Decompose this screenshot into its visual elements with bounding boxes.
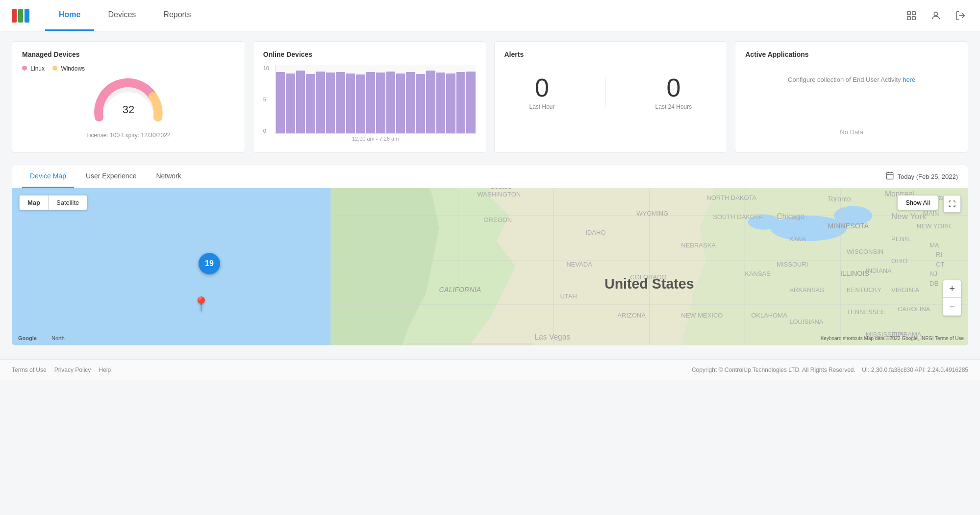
svg-text:MISSOURI: MISSOURI <box>777 261 808 268</box>
svg-text:OKLAHOMA: OKLAHOMA <box>751 312 787 319</box>
bar-7 <box>336 72 345 133</box>
svg-text:United States: United States <box>604 276 694 292</box>
bar-12 <box>386 72 395 133</box>
logout-icon[interactable] <box>953 8 968 24</box>
active-apps-title: Active Applications <box>745 50 958 58</box>
date-label: Today (Feb 25, 2022) <box>897 173 958 180</box>
main-content: Managed Devices Linux Windows <box>0 31 980 355</box>
svg-text:DE: DE <box>930 280 938 287</box>
bar-16 <box>426 71 435 133</box>
nav-home[interactable]: Home <box>45 0 94 31</box>
svg-rect-1 <box>912 11 915 14</box>
footer: Terms of Use Privacy Policy Help Copyrig… <box>0 359 980 380</box>
alert-last-hour: 0 Last Hour <box>529 75 555 110</box>
alerts-title: Alerts <box>504 50 717 58</box>
svg-text:IDAHO: IDAHO <box>585 229 605 236</box>
svg-text:KANSAS: KANSAS <box>745 270 771 277</box>
map-btn[interactable]: Map <box>20 196 48 210</box>
svg-text:TENNESSEE: TENNESSEE <box>847 308 885 316</box>
chart-y-labels: 0 5 10 <box>263 65 273 134</box>
alert-last-24: 0 Last 24 Hours <box>655 75 692 110</box>
copyright-text: Copyright © ControlUp Technologies LTD. … <box>692 367 855 373</box>
nav-reports[interactable]: Reports <box>150 0 204 31</box>
bar-14 <box>406 72 415 133</box>
settings-icon[interactable] <box>904 8 919 24</box>
svg-text:WASHINGTON: WASHINGTON <box>477 191 521 198</box>
svg-text:CT: CT <box>936 261 944 268</box>
show-all-button[interactable]: Show All <box>897 195 938 210</box>
svg-rect-6 <box>887 172 894 179</box>
license-text: License: 100 Expiry: 12/30/2022 <box>22 132 235 139</box>
svg-text:CAROLINA: CAROLINA <box>898 305 930 313</box>
bar-13 <box>396 74 405 133</box>
legend-linux: Linux <box>22 65 45 72</box>
tabs-header: Device Map User Experience Network Today… <box>12 165 968 188</box>
bar-5 <box>316 72 325 133</box>
bar-1 <box>276 72 285 133</box>
online-devices-title: Online Devices <box>263 50 476 58</box>
alert-24h-label: Last 24 Hours <box>655 103 692 110</box>
terms-link[interactable]: Terms of Use <box>12 367 47 373</box>
svg-text:NORTH DAKOTA: NORTH DAKOTA <box>706 194 756 201</box>
bar-4 <box>306 74 315 133</box>
help-link[interactable]: Help <box>99 367 111 373</box>
alerts-card: Alerts 0 Last Hour 0 Last 24 Hours <box>494 41 728 153</box>
bar-chart-inner <box>275 65 476 134</box>
user-icon[interactable] <box>928 8 944 24</box>
tab-network[interactable]: Network <box>148 165 189 188</box>
location-pin[interactable]: 📍 <box>193 296 210 312</box>
svg-rect-0 <box>907 11 910 14</box>
privacy-link[interactable]: Privacy Policy <box>54 367 91 373</box>
alert-hour-num: 0 <box>529 75 555 100</box>
map-background: CALIFORNIA OREGON WASHINGTON IDAHO NEVAD… <box>12 188 968 345</box>
tab-device-map[interactable]: Device Map <box>22 165 74 188</box>
svg-text:VIRGINIA: VIRGINIA <box>891 286 919 294</box>
alerts-body: 0 Last Hour 0 Last 24 Hours <box>504 65 717 120</box>
svg-text:CALIFORNIA: CALIFORNIA <box>439 286 481 294</box>
bar-2 <box>286 74 295 133</box>
alert-divider <box>605 78 605 107</box>
svg-text:SOUTH DAKOTA: SOUTH DAKOTA <box>713 213 763 221</box>
svg-rect-3 <box>912 16 915 19</box>
svg-text:NJ: NJ <box>930 270 937 277</box>
map-area[interactable]: CALIFORNIA OREGON WASHINGTON IDAHO NEVAD… <box>12 188 968 345</box>
zoom-in-button[interactable]: + <box>943 280 961 298</box>
svg-text:Seattle: Seattle <box>490 188 512 190</box>
svg-text:New York: New York <box>891 212 927 221</box>
satellite-btn[interactable]: Satellite <box>49 196 87 210</box>
map-zoom-controls: + − <box>943 280 961 316</box>
svg-text:MINNESOTA: MINNESOTA <box>828 222 869 230</box>
zoom-out-button[interactable]: − <box>943 298 961 316</box>
footer-right: Copyright © ControlUp Technologies LTD. … <box>692 367 968 373</box>
bar-9 <box>356 74 365 133</box>
alert-24h-num: 0 <box>655 75 692 100</box>
bar-6 <box>326 73 335 133</box>
chart-time-range: 12:00 am - 7:26 am <box>275 136 476 142</box>
map-credits: Keyboard shortcuts Map data ©2022 Google… <box>821 336 964 341</box>
donut-count: 32 <box>123 103 134 116</box>
svg-point-4 <box>934 12 937 15</box>
svg-text:Las Vegas: Las Vegas <box>534 333 570 341</box>
header-actions <box>904 8 968 24</box>
online-devices-chart: 0 5 10 <box>263 65 476 144</box>
donut-legend: Linux Windows <box>22 65 235 72</box>
svg-text:NEW YORK: NEW YORK <box>917 222 952 230</box>
version-text: UI: 2.30.0.fa38c830 API: 2.24.0.4916285 <box>862 367 968 373</box>
map-toggle[interactable]: Map Satellite <box>19 195 87 210</box>
active-apps-card: Active Applications Configure collection… <box>735 41 968 153</box>
svg-text:WISCONSIN: WISCONSIN <box>847 248 883 255</box>
tab-user-experience[interactable]: User Experience <box>78 165 145 188</box>
config-link[interactable]: here <box>903 76 915 83</box>
logo-bar-blue <box>25 9 29 23</box>
bar-20 <box>466 72 475 133</box>
fullscreen-button[interactable] <box>943 195 961 213</box>
svg-text:KENTUCKY: KENTUCKY <box>847 286 881 294</box>
nav-devices[interactable]: Devices <box>94 0 150 31</box>
svg-text:TEXAS: TEXAS <box>751 343 772 345</box>
cluster-pin[interactable]: 19 <box>199 253 220 274</box>
tabs-date: Today (Feb 25, 2022) <box>885 171 958 182</box>
main-nav: Home Devices Reports <box>45 0 204 31</box>
managed-devices-card: Managed Devices Linux Windows <box>12 41 245 153</box>
bar-18 <box>446 74 455 133</box>
online-devices-card: Online Devices 0 5 10 <box>253 41 486 153</box>
